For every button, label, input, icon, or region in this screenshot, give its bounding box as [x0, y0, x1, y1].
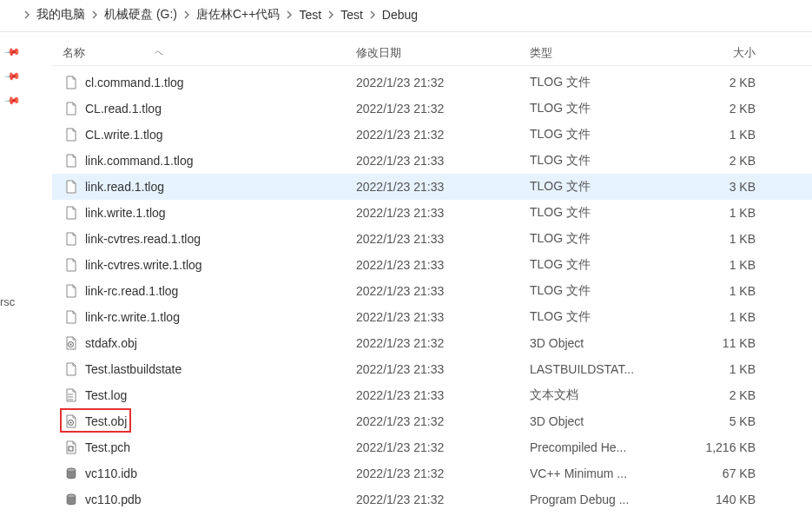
file-name: CL.read.1.tlog — [85, 102, 162, 116]
file-row[interactable]: cl.command.1.tlog2022/1/23 21:32TLOG 文件2… — [52, 69, 812, 96]
file-icon — [64, 362, 78, 376]
file-type: 3D Object — [530, 336, 686, 350]
file-modified: 2022/1/23 21:33 — [356, 258, 530, 272]
file-size: 1 KB — [686, 232, 764, 246]
file-size: 2 KB — [686, 76, 764, 89]
file-icon — [64, 154, 78, 168]
file-row[interactable]: link.write.1.tlog2022/1/23 21:33TLOG 文件1… — [52, 200, 812, 226]
file-size: 11 KB — [686, 336, 764, 350]
file-modified: 2022/1/23 21:33 — [356, 232, 530, 246]
file-name: Test.pch — [85, 440, 130, 454]
column-header-modified[interactable]: 修改日期 — [356, 45, 530, 61]
svg-point-11 — [67, 494, 76, 498]
file-size: 1 KB — [686, 362, 764, 376]
file-type: TLOG 文件 — [530, 153, 686, 169]
file-size: 3 KB — [686, 180, 764, 194]
file-modified: 2022/1/23 21:33 — [356, 310, 530, 324]
file-row[interactable]: CL.read.1.tlog2022/1/23 21:32TLOG 文件2 KB — [52, 96, 812, 122]
file-row[interactable]: link.command.1.tlog2022/1/23 21:33TLOG 文… — [52, 148, 812, 174]
file-row[interactable]: Test.log2022/1/23 21:33文本文档2 KB — [52, 382, 812, 408]
file-modified: 2022/1/23 21:32 — [356, 440, 530, 454]
sort-ascending-icon: ヘ — [155, 47, 163, 59]
file-type: TLOG 文件 — [530, 75, 686, 90]
file-icon — [64, 102, 78, 116]
file-name: link-cvtres.read.1.tlog — [85, 232, 201, 246]
breadcrumb-item[interactable]: 机械硬盘 (G:) — [104, 7, 177, 23]
file-type: Program Debug ... — [530, 493, 686, 506]
file-size: 1 KB — [686, 128, 764, 142]
column-header-size[interactable]: 大小 — [686, 45, 764, 61]
file-modified: 2022/1/23 21:32 — [356, 128, 530, 142]
file-type: TLOG 文件 — [530, 179, 686, 195]
chevron-right-icon — [287, 10, 292, 19]
file-row[interactable]: Test.obj2022/1/23 21:323D Object5 KB — [52, 408, 812, 434]
file-size: 140 KB — [686, 493, 764, 506]
file-row[interactable]: vc110.idb2022/1/23 21:32VC++ Minimum ...… — [52, 460, 812, 486]
file-modified: 2022/1/23 21:32 — [356, 336, 530, 350]
pin-icon: 📌 — [3, 43, 27, 66]
file-icon — [64, 284, 78, 298]
breadcrumb-item[interactable]: Test — [340, 8, 363, 22]
file-row[interactable]: CL.write.1.tlog2022/1/23 21:32TLOG 文件1 K… — [52, 122, 812, 148]
file-name: link-rc.write.1.tlog — [85, 310, 180, 324]
file-modified: 2022/1/23 21:32 — [356, 493, 530, 506]
file-icon — [64, 206, 78, 220]
file-row[interactable]: link.read.1.tlog2022/1/23 21:33TLOG 文件3 … — [52, 174, 812, 200]
column-header-name[interactable]: 名称 ヘ — [52, 45, 356, 61]
chevron-right-icon — [184, 10, 189, 19]
file-icon — [64, 258, 78, 272]
pin-icon: 📌 — [3, 92, 27, 115]
file-name: Test.log — [85, 388, 127, 402]
file-modified: 2022/1/23 21:32 — [356, 414, 530, 428]
file-row[interactable]: stdafx.obj2022/1/23 21:323D Object11 KB — [52, 330, 812, 356]
chevron-right-icon — [328, 10, 333, 19]
file-row[interactable]: link-cvtres.write.1.tlog2022/1/23 21:33T… — [52, 252, 812, 278]
file-name: stdafx.obj — [85, 336, 137, 350]
file-row[interactable]: link-rc.write.1.tlog2022/1/23 21:33TLOG … — [52, 304, 812, 330]
file-explorer-content: 名称 ヘ 修改日期 类型 大小 cl.command.1.tlog2022/1/… — [52, 35, 812, 529]
file-row[interactable]: Test.pch2022/1/23 21:32Precompiled He...… — [52, 434, 812, 460]
file-icon — [64, 232, 78, 246]
file-modified: 2022/1/23 21:33 — [356, 180, 530, 194]
file-type: TLOG 文件 — [530, 257, 686, 273]
file-icon — [64, 310, 78, 324]
file-icon — [64, 180, 78, 194]
file-type: TLOG 文件 — [530, 127, 686, 142]
pch-icon — [64, 440, 78, 454]
file-row[interactable]: Test.lastbuildstate2022/1/23 21:33LASTBU… — [52, 356, 812, 382]
file-name: link.command.1.tlog — [85, 154, 194, 168]
obj-icon — [64, 414, 78, 428]
breadcrumb[interactable]: 我的电脑机械硬盘 (G:)唐佐林C++代码TestTestDebug — [0, 0, 812, 32]
file-modified: 2022/1/23 21:32 — [356, 466, 530, 480]
file-type: VC++ Minimum ... — [530, 466, 686, 480]
quick-access-pins: 📌 📌 📌 — [0, 43, 26, 122]
breadcrumb-item[interactable]: Debug — [382, 8, 418, 22]
chevron-right-icon — [92, 10, 97, 19]
file-modified: 2022/1/23 21:33 — [356, 388, 530, 402]
file-type: 3D Object — [530, 414, 686, 428]
left-cutoff-label: rsc — [0, 295, 15, 308]
breadcrumb-item[interactable]: Test — [299, 8, 321, 22]
svg-point-9 — [67, 468, 76, 472]
column-header-type[interactable]: 类型 — [530, 45, 686, 61]
file-row[interactable]: link-cvtres.read.1.tlog2022/1/23 21:33TL… — [52, 226, 812, 252]
file-modified: 2022/1/23 21:33 — [356, 362, 530, 376]
chevron-right-icon — [370, 10, 375, 19]
breadcrumb-item[interactable]: 我的电脑 — [36, 7, 85, 23]
file-modified: 2022/1/23 21:33 — [356, 206, 530, 220]
file-name: link-rc.read.1.tlog — [85, 284, 178, 298]
file-type: TLOG 文件 — [530, 309, 686, 325]
file-modified: 2022/1/23 21:33 — [356, 154, 530, 168]
breadcrumb-item[interactable]: 唐佐林C++代码 — [196, 7, 280, 23]
file-row[interactable]: vc110.pdb2022/1/23 21:32Program Debug ..… — [52, 486, 812, 512]
file-name: CL.write.1.tlog — [85, 128, 162, 142]
file-modified: 2022/1/23 21:33 — [356, 284, 530, 298]
svg-point-1 — [70, 344, 72, 346]
file-type: TLOG 文件 — [530, 283, 686, 299]
file-name: Test.lastbuildstate — [85, 362, 182, 376]
file-size: 5 KB — [686, 414, 764, 428]
file-row[interactable]: link-rc.read.1.tlog2022/1/23 21:33TLOG 文… — [52, 278, 812, 304]
file-name: Test.obj — [85, 414, 127, 428]
obj-icon — [64, 336, 78, 350]
file-size: 1 KB — [686, 310, 764, 324]
